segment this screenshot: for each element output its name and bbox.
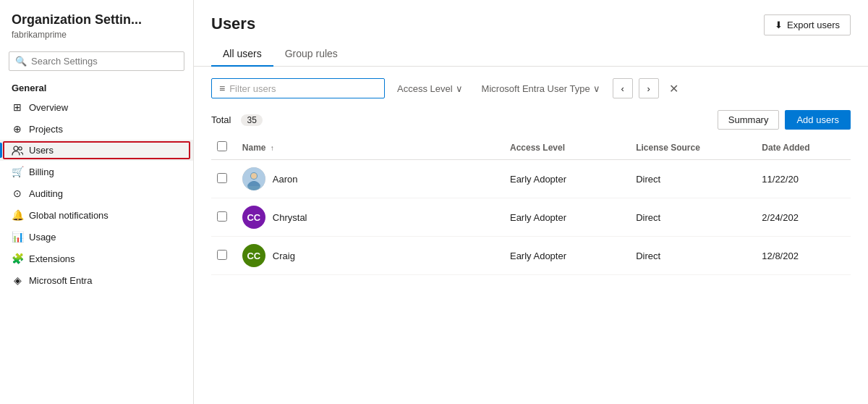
entra-icon: ◈	[12, 274, 23, 286]
sidebar-item-label: Microsoft Entra	[29, 275, 92, 286]
billing-icon: 🛒	[12, 166, 23, 177]
sidebar-item-billing[interactable]: 🛒 Billing	[0, 161, 193, 182]
next-page-button[interactable]: ›	[639, 78, 659, 98]
table-row: AaronEarly AdopterDirect11/22/20	[211, 160, 851, 198]
row-license-source: Direct	[630, 160, 756, 198]
main-content: Users ⬇ Export users All users Group rul…	[194, 0, 868, 404]
select-all-checkbox[interactable]	[217, 141, 227, 151]
sidebar-item-label: Extensions	[29, 253, 75, 264]
avatar: CC	[242, 244, 265, 267]
users-icon	[12, 146, 23, 156]
row-name-cell: CCChrystal	[237, 198, 504, 237]
row-license-source: Direct	[630, 237, 756, 275]
col-header-license-source: License Source	[630, 135, 756, 160]
table-toolbar: Total 35 Summary Add users	[211, 110, 851, 130]
export-users-button[interactable]: ⬇ Export users	[764, 14, 851, 35]
col-header-date-added: Date Added	[756, 135, 851, 160]
sidebar-item-microsoft-entra[interactable]: ◈ Microsoft Entra	[0, 269, 193, 291]
row-access-level: Early Adopter	[504, 160, 630, 198]
sidebar-title: Organization Settin...	[12, 12, 182, 28]
row-checkbox[interactable]	[217, 173, 227, 183]
sidebar-item-global-notifications[interactable]: 🔔 Global notifications	[0, 204, 193, 226]
summary-button[interactable]: Summary	[718, 110, 780, 130]
sidebar-item-label: Usage	[29, 232, 56, 243]
avatar: CC	[242, 206, 265, 229]
filter-users-input[interactable]	[229, 83, 359, 94]
row-checkbox[interactable]	[217, 250, 227, 260]
row-date-added: 2/24/202	[756, 198, 851, 237]
sidebar-item-projects[interactable]: ⊕ Projects	[0, 118, 193, 140]
sidebar-item-users[interactable]: Users	[0, 140, 193, 161]
row-name-cell: CCCraig	[237, 237, 504, 275]
user-name: Craig	[273, 251, 295, 261]
usage-icon: 📊	[12, 231, 23, 243]
extensions-icon: 🧩	[12, 253, 23, 264]
users-table: Name ↑ Access Level License Source Date …	[211, 135, 851, 275]
filter-icon: ≡	[219, 83, 225, 94]
search-icon: 🔍	[15, 56, 27, 67]
sidebar-header: Organization Settin... fabrikamprime	[0, 0, 193, 43]
row-checkbox-cell	[211, 160, 237, 198]
total-label: Total	[211, 114, 231, 125]
sort-asc-icon: ↑	[271, 144, 274, 152]
row-date-added: 12/8/202	[756, 237, 851, 275]
export-users-label: Export users	[787, 20, 840, 30]
tab-group-rules[interactable]: Group rules	[273, 42, 349, 67]
tab-all-users[interactable]: All users	[211, 42, 273, 67]
notifications-icon: 🔔	[12, 209, 23, 221]
clear-filters-button[interactable]: ✕	[665, 80, 683, 97]
sidebar-item-extensions[interactable]: 🧩 Extensions	[0, 248, 193, 269]
tabs: All users Group rules	[211, 42, 851, 66]
avatar	[242, 167, 265, 190]
sidebar-subtitle: fabrikamprime	[12, 30, 182, 40]
total-count-badge: 35	[241, 114, 262, 126]
filter-bar: ≡ Access Level ∨ Microsoft Entra User Ty…	[194, 67, 868, 110]
table-row: CCCraigEarly AdopterDirect12/8/202	[211, 237, 851, 275]
table-row: CCChrystalEarly AdopterDirect2/24/202	[211, 198, 851, 237]
row-checkbox[interactable]	[217, 211, 227, 222]
row-checkbox-cell	[211, 198, 237, 237]
sidebar-item-label: Billing	[29, 167, 54, 177]
overview-icon: ⊞	[12, 101, 23, 113]
sidebar-item-usage[interactable]: 📊 Usage	[0, 226, 193, 248]
chevron-left-icon: ‹	[621, 83, 624, 94]
chevron-right-icon: ›	[647, 83, 650, 94]
sidebar-item-overview[interactable]: ⊞ Overview	[0, 96, 193, 118]
access-level-dropdown[interactable]: Access Level ∨	[391, 79, 469, 98]
entra-user-type-dropdown[interactable]: Microsoft Entra User Type ∨	[475, 79, 607, 98]
add-users-button[interactable]: Add users	[785, 110, 851, 130]
row-name-cell: Aaron	[237, 160, 504, 198]
col-header-check	[211, 135, 237, 160]
access-level-label: Access Level	[397, 83, 453, 94]
col-name-label: Name	[242, 143, 266, 153]
col-header-name[interactable]: Name ↑	[237, 135, 504, 160]
projects-icon: ⊕	[12, 123, 23, 135]
access-level-chevron-icon: ∨	[456, 83, 463, 94]
svg-point-1	[19, 147, 22, 150]
sidebar-item-label: Global notifications	[29, 210, 109, 221]
main-header: Users ⬇ Export users All users Group rul…	[194, 0, 868, 67]
sidebar-search-box[interactable]: 🔍	[9, 51, 184, 71]
sidebar-item-label: Auditing	[29, 188, 63, 199]
close-icon: ✕	[669, 83, 678, 95]
svg-point-0	[14, 146, 18, 151]
sidebar-item-label: Overview	[29, 102, 68, 113]
row-access-level: Early Adopter	[504, 198, 630, 237]
search-settings-input[interactable]	[31, 56, 178, 67]
users-table-area: Total 35 Summary Add users Name ↑ Access…	[194, 110, 868, 404]
entra-user-type-label: Microsoft Entra User Type	[482, 83, 590, 94]
sidebar-item-label: Projects	[29, 124, 63, 135]
entra-type-chevron-icon: ∨	[593, 83, 600, 94]
sidebar: Organization Settin... fabrikamprime 🔍 G…	[0, 0, 194, 404]
row-license-source: Direct	[630, 198, 756, 237]
prev-page-button[interactable]: ‹	[613, 78, 633, 98]
auditing-icon: ⊙	[12, 188, 23, 199]
export-icon: ⬇	[775, 20, 783, 30]
sidebar-item-auditing[interactable]: ⊙ Auditing	[0, 182, 193, 204]
page-title: Users	[211, 14, 255, 33]
filter-input-wrapper[interactable]: ≡	[211, 78, 385, 98]
sidebar-section-general: General	[0, 77, 193, 96]
svg-point-5	[251, 173, 257, 179]
row-checkbox-cell	[211, 237, 237, 275]
sidebar-item-label: Users	[29, 145, 54, 156]
